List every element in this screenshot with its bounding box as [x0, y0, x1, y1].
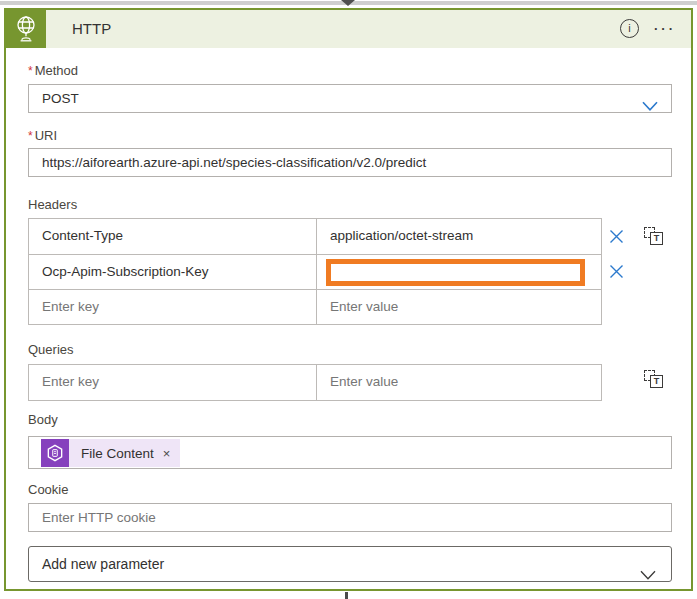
body-input[interactable]: File Content × [28, 436, 672, 469]
uri-value: https://aiforearth.azure-api.net/species… [29, 149, 671, 176]
more-menu-icon[interactable]: ··· [652, 19, 678, 38]
delete-header-row-button[interactable] [606, 261, 626, 281]
header-value-cell[interactable]: application/octet-stream [316, 219, 601, 254]
chevron-down-icon [640, 559, 656, 593]
token-label: File Content [81, 446, 154, 461]
queries-table: Enter key Enter value [28, 364, 602, 401]
header-row: Ocp-Apim-Subscription-Key [29, 254, 601, 289]
header-key-cell[interactable]: Content-Type [29, 219, 316, 254]
redaction-highlight [326, 259, 585, 286]
method-dropdown[interactable]: POST [28, 84, 672, 113]
header-row: Content-Type application/octet-stream [29, 219, 601, 254]
headers-label: Headers [28, 197, 77, 212]
uri-label: *URI [28, 128, 57, 143]
required-marker: * [28, 129, 33, 143]
dynamic-content-icon [41, 439, 69, 467]
file-content-token[interactable]: File Content × [41, 439, 180, 467]
queries-text-mode-icon[interactable]: T [644, 369, 663, 388]
cookie-label: Cookie [28, 482, 68, 497]
header-key-cell[interactable]: Ocp-Apim-Subscription-Key [29, 255, 316, 289]
method-label: *Method [28, 63, 78, 78]
info-icon[interactable]: i [620, 19, 639, 38]
http-connector-icon [6, 10, 46, 48]
uri-input[interactable]: https://aiforearth.azure-api.net/species… [28, 148, 672, 177]
query-value-input[interactable]: Enter value [316, 365, 601, 400]
headers-text-mode-icon[interactable]: T [644, 226, 663, 245]
add-new-parameter-dropdown[interactable]: Add new parameter [28, 546, 672, 582]
header-row-empty: Enter key Enter value [29, 289, 601, 324]
connector-line [345, 592, 348, 599]
body-label: Body [28, 412, 58, 427]
method-value: POST [29, 85, 671, 112]
header-value-input[interactable]: Enter value [316, 290, 601, 324]
required-marker: * [28, 64, 33, 78]
delete-header-row-button[interactable] [606, 226, 626, 246]
chevron-down-icon [642, 94, 658, 121]
query-key-input[interactable]: Enter key [29, 365, 316, 400]
query-row-empty: Enter key Enter value [29, 365, 601, 400]
cookie-input[interactable] [28, 503, 672, 532]
card-title: HTTP [72, 20, 111, 37]
queries-label: Queries [28, 342, 74, 357]
connector-arrow-icon [341, 0, 355, 6]
header-value-cell[interactable] [316, 255, 601, 289]
header-key-input[interactable]: Enter key [29, 290, 316, 324]
flow-designer-canvas: { "card": { "title": "HTTP", "required_m… [0, 0, 697, 599]
headers-table: Content-Type application/octet-stream Oc… [28, 218, 602, 325]
remove-token-icon[interactable]: × [163, 447, 171, 460]
